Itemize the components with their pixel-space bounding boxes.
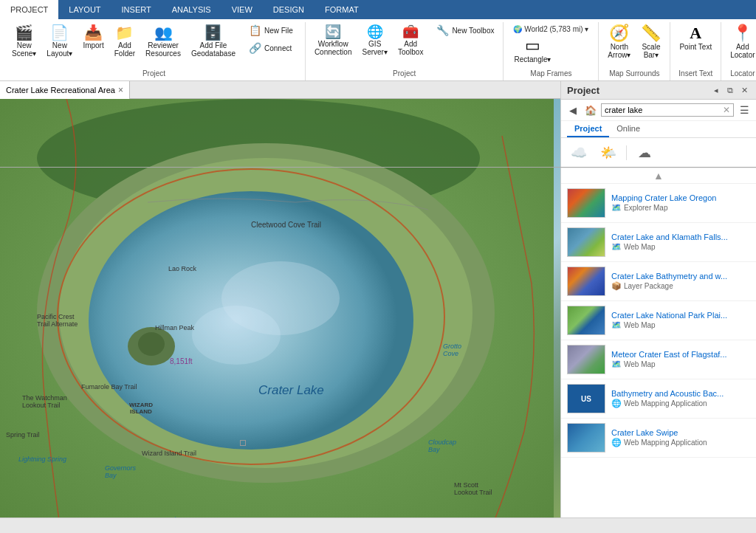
ribbon-group-insert-text: A Point Text Insert Text — [670, 22, 721, 80]
result-item-2[interactable]: Crater Lake Bathymetry and w... 📦 Layer … — [561, 262, 756, 301]
add-folder-label: AddFolder — [114, 41, 135, 58]
tab-design[interactable]: DESIGN — [263, 0, 315, 19]
map-image[interactable]: Cleetwood Cove Trail Crater Lake WIZARDI… — [0, 99, 560, 517]
search-box: ✕ — [601, 103, 734, 117]
result-type-label-6: Web Mapping Application — [624, 439, 707, 447]
map-tab-close[interactable]: × — [118, 85, 123, 95]
tab-insert[interactable]: INSERT — [111, 0, 162, 19]
panel-icon-bar: ☁️ 🌤️ ☁ — [561, 138, 756, 168]
tab-project[interactable]: PROJECT — [0, 0, 58, 19]
result-item-0[interactable]: Mapping Crater Lake Oregon 🗺️ Explorer M… — [561, 184, 756, 223]
result-title-2: Crater Lake Bathymetry and w... — [611, 272, 750, 281]
panel-feature-layer-icon[interactable]: ☁️ — [567, 142, 591, 163]
result-item-4[interactable]: Meteor Crater East of Flagstaf... 🗺️ Web… — [561, 340, 756, 379]
import-icon: 📥 — [84, 25, 103, 40]
new-file-label: New File — [264, 27, 293, 35]
new-file-icon: 📋 — [249, 24, 261, 36]
new-toolbox-label: New Toolbox — [452, 27, 494, 35]
panel-restore-button[interactable]: ⧉ — [724, 84, 736, 96]
connect-button[interactable]: 🔗 Connect — [244, 40, 298, 56]
new-layout-label: NewLayout▾ — [47, 41, 72, 58]
new-toolbox-button[interactable]: 🔧 New Toolbox — [432, 22, 498, 38]
tab-project-panel[interactable]: Project — [567, 121, 609, 137]
pacific-crest-label: Pacific CrestTrail Alternate — [37, 313, 78, 328]
search-input[interactable] — [605, 106, 723, 114]
workflow-icon: 🔄 — [325, 25, 341, 38]
result-item-6[interactable]: Crater Lake Swipe 🌐 Web Mapping Applicat… — [561, 419, 756, 458]
result-item-5[interactable]: US Bathymetry and Acoustic Bac... 🌐 Web … — [561, 379, 756, 419]
add-locator-button[interactable]: 📍 AddLocator — [726, 22, 756, 62]
north-arrow-button[interactable]: 🧭 NorthArrow▾ — [603, 22, 635, 62]
add-folder-icon: 📁 — [115, 25, 134, 40]
panel-nav: ◀ 🏠 ✕ ☰ — [561, 100, 756, 121]
rectangle-button[interactable]: ▭ Rectangle▾ — [509, 35, 555, 66]
hillman-label: Hillman Peak — [155, 324, 194, 331]
tab-layout[interactable]: LAYOUT — [58, 0, 111, 19]
scale-bar-button[interactable]: 📏 ScaleBar▾ — [636, 22, 665, 62]
gis-server-label: GISServer▾ — [362, 40, 387, 56]
wizard-island-label: WIZARDISLAND — [129, 402, 153, 415]
result-type-icon-3: 🗺️ — [611, 320, 622, 330]
search-clear-button[interactable]: ✕ — [723, 105, 730, 115]
add-locator-icon: 📍 — [732, 25, 752, 41]
panel-undock-button[interactable]: ◂ — [710, 84, 722, 96]
add-folder-button[interactable]: 📁 AddFolder — [110, 22, 140, 61]
result-type-label-0: Explorer Map — [624, 204, 667, 212]
rectangle-icon: ▭ — [525, 38, 540, 54]
new-scene-button[interactable]: 🎬 NewScene▾ — [7, 22, 41, 61]
gis-server-icon: 🌐 — [367, 25, 383, 38]
spring-trail-label: Spring Trail — [6, 431, 40, 439]
new-layout-button[interactable]: 📄 NewLayout▾ — [42, 22, 77, 61]
panel-cloud2-icon[interactable]: ☁ — [633, 142, 656, 163]
result-info-3: Crater Lake National Park Plai... 🗺️ Web… — [611, 311, 750, 330]
ribbon-group-project: 🎬 NewScene▾ 📄 NewLayout▾ 📥 Import 📁 AddF… — [3, 22, 306, 80]
project-group-label: Project — [142, 68, 165, 80]
hillman-elev: 8,151ft — [170, 357, 193, 365]
panel-menu-button[interactable]: ☰ — [737, 103, 752, 117]
ribbon-group-locator: 📍 AddLocator Locator — [721, 22, 756, 80]
ribbon-group-map-surrounds: 🧭 NorthArrow▾ 📏 ScaleBar▾ Map Surrounds — [599, 22, 670, 80]
result-title-4: Meteor Crater East of Flagstaf... — [611, 350, 750, 359]
watchman-label: The WatchmanLookout Trail — [22, 394, 67, 409]
fumarole-label: Fumarole Bay Trail — [81, 383, 137, 391]
add-file-geodatabase-button[interactable]: 🗄️ Add FileGeodatabase — [187, 22, 240, 61]
results-list: Mapping Crater Lake Oregon 🗺️ Explorer M… — [561, 184, 756, 517]
tab-view[interactable]: VIEW — [221, 0, 263, 19]
result-info-5: Bathymetry and Acoustic Bac... 🌐 Web Map… — [611, 389, 750, 408]
result-item-1[interactable]: Crater Lake and Klamath Falls... 🗺️ Web … — [561, 223, 756, 262]
panel-close-button[interactable]: ✕ — [738, 84, 750, 96]
map-frames-label: Map Frames — [530, 68, 571, 80]
tab-format[interactable]: FORMAT — [315, 0, 369, 19]
map-tab[interactable]: Crater Lake Recreational Area × — [0, 81, 130, 99]
panel-back-button[interactable]: ◀ — [566, 103, 580, 117]
new-scene-icon: 🎬 — [15, 25, 33, 40]
tab-analysis[interactable]: ANALYSIS — [162, 0, 221, 19]
ribbon-group-map-frames: 🌍 World2 (5,783 mi) ▾ ▭ Rectangle▾ Map F… — [504, 22, 599, 80]
grotto-label: GrottoCove — [443, 343, 461, 357]
result-type-1: 🗺️ Web Map — [611, 242, 750, 252]
gis-server-button[interactable]: 🌐 GISServer▾ — [357, 22, 391, 59]
panel-cloud-icon[interactable]: 🌤️ — [597, 142, 620, 163]
new-file-button[interactable]: 📋 New File — [244, 22, 298, 38]
map-frames-stack: 🌍 World2 (5,783 mi) ▾ ▭ Rectangle▾ — [508, 22, 594, 68]
collapse-chevron[interactable]: ▲ — [561, 168, 756, 184]
panel-home-button[interactable]: 🏠 — [583, 103, 598, 117]
result-title-5: Bathymetry and Acoustic Bac... — [611, 389, 750, 398]
reviewer-button[interactable]: 👥 ReviewerResources — [141, 22, 185, 61]
ribbon-tabs: PROJECT LAYOUT INSERT ANALYSIS VIEW DESI… — [0, 0, 756, 19]
workflow-connection-button[interactable]: 🔄 WorkflowConnection — [310, 22, 357, 59]
add-locator-label: AddLocator — [730, 43, 755, 59]
main-area: Crater Lake Recreational Area × — [0, 81, 756, 517]
reviewer-label: ReviewerResources — [145, 41, 181, 58]
add-toolbox-button[interactable]: 🧰 AddToolbox — [394, 22, 427, 59]
point-text-button[interactable]: A Point Text — [675, 22, 716, 54]
point-text-icon: A — [690, 25, 701, 41]
lao-rock-label: Lao Rock — [168, 265, 196, 272]
crater-lake-label: Crater Lake — [258, 383, 324, 398]
result-type-3: 🗺️ Web Map — [611, 320, 750, 330]
result-item-3[interactable]: Crater Lake National Park Plai... 🗺️ Web… — [561, 301, 756, 340]
import-button[interactable]: 📥 Import — [78, 22, 108, 52]
panel-icon-separator — [626, 145, 627, 160]
tab-online-panel[interactable]: Online — [609, 121, 647, 137]
new-toolbox-small: 🔧 New Toolbox — [432, 22, 498, 38]
